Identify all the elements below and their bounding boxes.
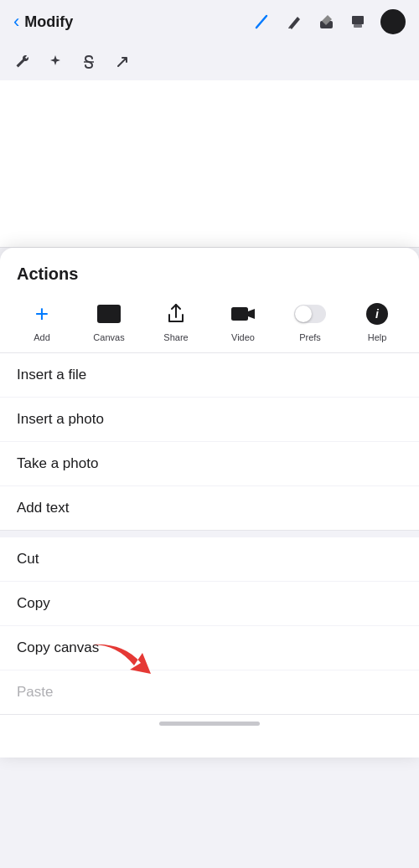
home-indicator (159, 722, 260, 726)
video-icon (230, 305, 256, 323)
menu-paste[interactable]: Paste (0, 670, 419, 714)
canvas-icon (97, 305, 121, 323)
toolbar-add[interactable]: + Add (18, 299, 65, 342)
menu-copy-canvas[interactable]: Copy canvas (0, 626, 419, 670)
toolbar-help-label: Help (368, 332, 387, 342)
canvas-area[interactable] (0, 80, 419, 248)
top-navigation-bar: ‹ Modify (0, 0, 419, 44)
menu-add-text[interactable]: Add text (0, 486, 419, 530)
top-bar-icons (253, 9, 406, 34)
wrench-icon[interactable] (13, 54, 30, 70)
toolbar-help[interactable]: i Help (354, 299, 401, 342)
add-icon-wrap: + (23, 299, 60, 329)
video-icon-wrap (225, 299, 261, 329)
toolbar-add-label: Add (34, 332, 50, 342)
toolbar-canvas-label: Canvas (93, 332, 124, 342)
secondary-toolbar (0, 44, 419, 80)
help-icon-wrap: i (359, 299, 396, 329)
eraser-icon[interactable] (317, 13, 335, 31)
plus-icon: + (35, 302, 49, 326)
red-arrow-annotation (84, 636, 159, 678)
svg-point-4 (380, 9, 406, 34)
share-icon (166, 303, 186, 325)
actions-title: Actions (0, 248, 419, 294)
arrow-diagonal-icon[interactable] (114, 54, 131, 70)
toggle-knob (295, 306, 312, 322)
info-icon: i (366, 303, 388, 325)
menu-insert-photo[interactable]: Insert a photo (0, 398, 419, 442)
menu-copy[interactable]: Copy (0, 582, 419, 626)
top-bar-left: ‹ Modify (13, 13, 73, 31)
toolbar-video[interactable]: Video (220, 299, 266, 342)
menu-cut[interactable]: Cut (0, 537, 419, 582)
toolbar-prefs-label: Prefs (299, 332, 321, 342)
toggle-icon (294, 305, 326, 323)
back-button[interactable]: ‹ (13, 13, 19, 31)
avatar[interactable] (380, 9, 406, 34)
bottom-indicator (0, 715, 419, 732)
menu-insert-file[interactable]: Insert a file (0, 353, 419, 398)
toolbar-canvas[interactable]: Canvas (85, 299, 132, 342)
actions-panel: Actions + Add Canvas Shar (0, 248, 419, 758)
magic-icon[interactable] (47, 54, 64, 70)
svg-rect-2 (352, 16, 364, 24)
svg-line-0 (256, 16, 266, 28)
pencil-icon[interactable] (253, 13, 272, 31)
menu-take-photo[interactable]: Take a photo (0, 442, 419, 486)
toolbar-share[interactable]: Share (153, 299, 199, 342)
toolbar-prefs[interactable]: Prefs (287, 299, 334, 342)
section-divider (0, 531, 419, 537)
prefs-icon-wrap (292, 299, 328, 329)
layers-icon[interactable] (349, 13, 367, 31)
actions-toolbar: + Add Canvas Share (0, 294, 419, 353)
page-title: Modify (24, 13, 73, 31)
strikethrough-icon[interactable] (80, 54, 97, 70)
toolbar-share-label: Share (163, 332, 188, 342)
marker-icon[interactable] (285, 13, 303, 31)
toolbar-video-label: Video (231, 332, 255, 342)
menu-section-1: Insert a file Insert a photo Take a phot… (0, 353, 419, 531)
svg-rect-6 (231, 307, 248, 321)
svg-rect-3 (354, 24, 362, 28)
canvas-icon-wrap (91, 299, 127, 329)
menu-section-2: Cut Copy Copy canvas Paste (0, 537, 419, 715)
share-icon-wrap (158, 299, 194, 329)
